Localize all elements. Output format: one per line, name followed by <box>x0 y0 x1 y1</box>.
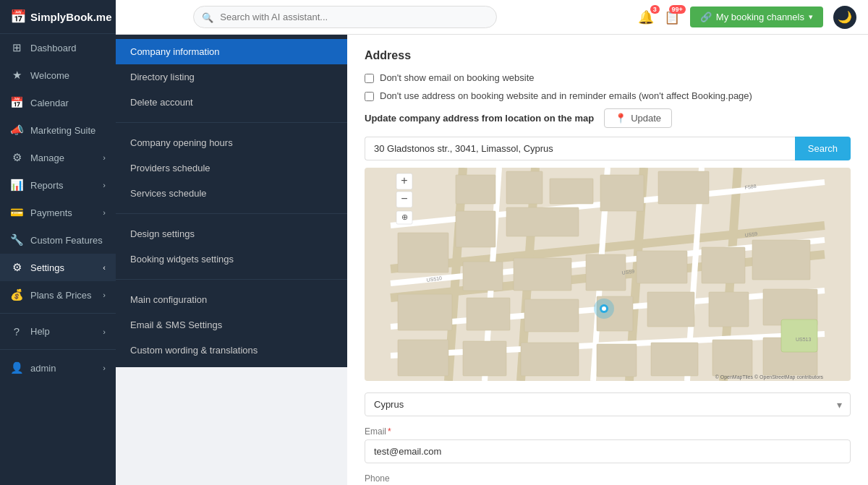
todo-badge: 99+ <box>669 5 686 14</box>
svg-rect-36 <box>463 341 506 376</box>
dark-mode-toggle[interactable]: 🌙 <box>833 6 856 29</box>
notification-badge: 3 <box>650 5 660 14</box>
show-email-label: Don't show email on booking website <box>380 72 535 83</box>
dropdown-item-opening-hours[interactable]: Company opening hours <box>116 130 347 155</box>
link-icon: 🔗 <box>700 12 712 22</box>
svg-text:⊕: ⊕ <box>401 213 408 221</box>
dropdown-item-services[interactable]: Services schedule <box>116 181 347 206</box>
todo-button[interactable]: 📋 99+ <box>664 9 680 25</box>
sidebar-item-payments[interactable]: 💳 Payments › <box>0 199 116 226</box>
sidebar-item-calendar[interactable]: 📅 Calendar <box>0 89 116 116</box>
phone-label: Phone <box>365 473 851 484</box>
svg-rect-35 <box>398 340 448 376</box>
sidebar-divider2 <box>0 349 116 350</box>
country-select[interactable]: Cyprus <box>365 392 851 416</box>
svg-rect-24 <box>586 254 626 291</box>
star-icon: ★ <box>10 69 23 82</box>
svg-rect-39 <box>651 343 698 376</box>
dropdown-item-design[interactable]: Design settings <box>116 221 347 246</box>
manage-icon: ⚙ <box>10 151 23 164</box>
logo-icon: 📅 <box>10 9 26 25</box>
chevron-left-icon: ‹ <box>103 263 106 272</box>
email-field-container: Email* <box>365 426 851 463</box>
dropdown-item-providers[interactable]: Providers schedule <box>116 155 347 181</box>
settings-dropdown: Company information Directory listing De… <box>116 35 347 367</box>
use-address-checkbox[interactable] <box>365 92 374 101</box>
map-search-input[interactable] <box>365 137 795 160</box>
update-button[interactable]: 📍 Update <box>604 108 672 128</box>
svg-point-50 <box>602 306 606 311</box>
dropdown-item-directory[interactable]: Directory listing <box>116 64 347 90</box>
sidebar-item-plans[interactable]: 💰 Plans & Prices › <box>0 281 116 309</box>
map-container[interactable]: US510 US59 US59 US513 F588 + − ⊕ © OpenM… <box>365 168 851 381</box>
content-panel: Address Don't show email on booking webs… <box>347 35 868 485</box>
svg-rect-16 <box>550 179 593 204</box>
dropdown-separator-3 <box>116 279 347 280</box>
map-search-row: Search <box>365 137 851 160</box>
sidebar-item-help[interactable]: ? Help › <box>0 318 116 345</box>
user-icon: 👤 <box>10 361 23 374</box>
chevron-down-icon: ▾ <box>809 12 813 22</box>
dashboard-icon: ⊞ <box>10 41 23 54</box>
email-input[interactable] <box>365 439 851 463</box>
megaphone-icon: 📣 <box>10 124 23 137</box>
svg-rect-26 <box>702 247 745 283</box>
svg-text:US513: US513 <box>796 337 812 342</box>
dropdown-item-email-sms[interactable]: Email & SMS Settings <box>116 312 347 338</box>
svg-rect-32 <box>647 292 694 327</box>
dropdown-item-company-info[interactable]: Company information <box>116 39 347 64</box>
svg-rect-14 <box>456 175 495 204</box>
dropdown-item-custom-wording[interactable]: Custom wording & translations <box>116 338 347 363</box>
svg-text:−: − <box>401 192 407 205</box>
dropdown-group-1: Company information Directory listing De… <box>116 35 347 119</box>
svg-rect-37 <box>521 343 579 376</box>
calendar-icon: 📅 <box>10 96 23 109</box>
sidebar: 📅 SimplyBook.me ⊞ Dashboard ★ Welcome 📅 … <box>0 0 116 485</box>
svg-rect-33 <box>709 292 749 327</box>
logo-text: SimplyBook.me <box>30 11 112 23</box>
logo[interactable]: 📅 SimplyBook.me <box>0 0 116 34</box>
svg-rect-20 <box>658 171 709 204</box>
sidebar-item-manage[interactable]: ⚙ Manage › <box>0 144 116 171</box>
dropdown-item-main-config[interactable]: Main configuration <box>116 287 347 312</box>
chevron-right-icon: › <box>103 153 106 162</box>
svg-rect-27 <box>752 240 810 280</box>
show-email-checkbox[interactable] <box>365 74 374 83</box>
dropdown-separator-1 <box>116 122 347 123</box>
svg-rect-21 <box>398 233 448 272</box>
use-address-label: Don't use address on booking website and… <box>380 90 752 101</box>
svg-rect-40 <box>712 340 752 376</box>
section-title: Address <box>365 49 851 62</box>
dropdown-group-3: Design settings Booking widgets settings <box>116 217 347 276</box>
update-row: Update company address from location on … <box>365 108 851 128</box>
checkbox-row-2: Don't use address on booking website and… <box>365 90 851 101</box>
sidebar-item-dashboard[interactable]: ⊞ Dashboard <box>0 34 116 61</box>
dropdown-group-2: Company opening hours Providers schedule… <box>116 126 347 210</box>
reports-icon: 📊 <box>10 179 23 192</box>
sidebar-divider <box>0 313 116 314</box>
notification-button[interactable]: 🔔 3 <box>638 9 654 25</box>
dropdown-item-delete[interactable]: Delete account <box>116 90 347 115</box>
sidebar-item-admin[interactable]: 👤 admin › <box>0 354 116 382</box>
svg-rect-23 <box>514 258 571 291</box>
update-label: Update company address from location on … <box>365 113 594 124</box>
location-icon: 📍 <box>615 113 626 124</box>
sidebar-item-welcome[interactable]: ★ Welcome <box>0 61 116 89</box>
plans-icon: 💰 <box>10 288 23 301</box>
svg-rect-29 <box>467 298 510 330</box>
checkbox-row-1: Don't show email on booking website <box>365 72 851 83</box>
chevron-right-icon: › <box>103 208 106 217</box>
country-field: Cyprus <box>365 392 851 416</box>
dropdown-item-booking-widgets[interactable]: Booking widgets settings <box>116 246 347 272</box>
map-search-button[interactable]: Search <box>795 137 851 160</box>
topbar-icons: 🔔 3 📋 99+ 🔗 My booking channels ▾ 🌙 <box>638 6 856 29</box>
sidebar-item-reports[interactable]: 📊 Reports › <box>0 171 116 199</box>
search-container: 🔍 <box>193 6 497 28</box>
sidebar-item-settings[interactable]: ⚙ Settings ‹ <box>0 254 116 281</box>
chevron-right-icon: › <box>103 181 106 189</box>
booking-channels-button[interactable]: 🔗 My booking channels ▾ <box>690 7 823 27</box>
sidebar-item-marketing[interactable]: 📣 Marketing Suite <box>0 116 116 144</box>
search-input[interactable] <box>193 6 497 28</box>
svg-rect-22 <box>463 262 503 291</box>
sidebar-item-custom-features[interactable]: 🔧 Custom Features <box>0 226 116 254</box>
